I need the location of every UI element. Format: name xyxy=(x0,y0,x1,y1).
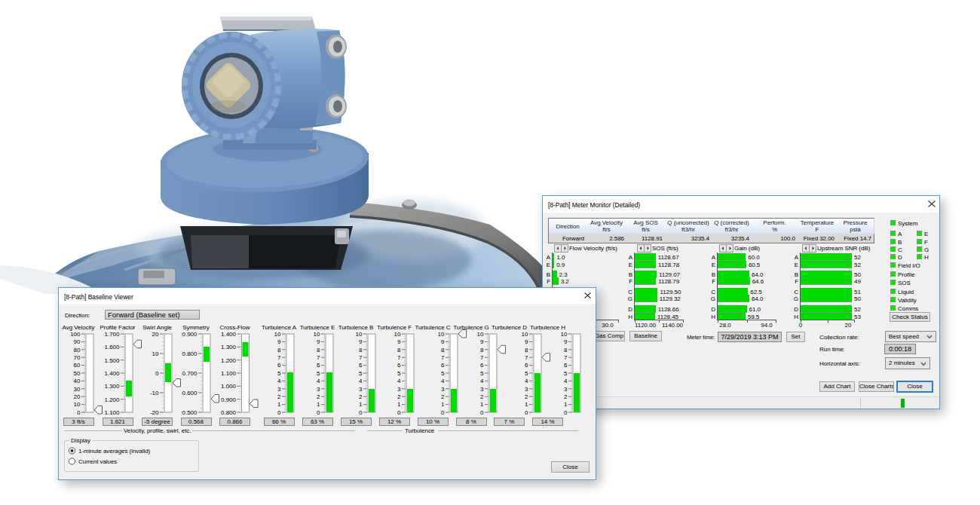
svg-text:3: 3 xyxy=(480,386,484,393)
svg-text:0.600: 0.600 xyxy=(182,390,198,396)
svg-text:8: 8 xyxy=(277,347,281,354)
svg-text:3: 3 xyxy=(564,386,568,393)
svg-text:-10: -10 xyxy=(150,390,159,396)
svg-text:7: 7 xyxy=(525,354,528,361)
svg-text:9: 9 xyxy=(564,338,568,345)
svg-text:5: 5 xyxy=(441,370,445,377)
svg-text:9: 9 xyxy=(359,338,363,345)
svg-text:1: 1 xyxy=(525,401,528,408)
svg-text:1.500: 1.500 xyxy=(104,357,120,364)
svg-text:0.500: 0.500 xyxy=(182,409,198,416)
svg-text:50: 50 xyxy=(74,370,81,377)
svg-text:0: 0 xyxy=(480,409,484,416)
svg-text:70: 70 xyxy=(74,354,81,361)
svg-text:3: 3 xyxy=(441,386,445,393)
svg-text:2: 2 xyxy=(277,393,281,400)
svg-text:100: 100 xyxy=(70,331,81,338)
svg-text:6: 6 xyxy=(397,362,401,369)
svg-text:8: 8 xyxy=(359,347,363,354)
svg-text:1.600: 1.600 xyxy=(104,344,120,350)
svg-text:8: 8 xyxy=(480,347,484,354)
svg-text:2: 2 xyxy=(441,393,445,400)
svg-text:0: 0 xyxy=(317,409,320,416)
svg-text:10: 10 xyxy=(356,331,363,338)
svg-text:4: 4 xyxy=(564,378,568,384)
svg-text:0: 0 xyxy=(359,409,363,416)
svg-text:4: 4 xyxy=(359,378,363,384)
svg-text:3: 3 xyxy=(277,386,281,393)
svg-text:1.700: 1.700 xyxy=(104,331,120,338)
svg-text:5: 5 xyxy=(277,370,281,377)
svg-text:10: 10 xyxy=(152,350,159,357)
svg-text:1.200: 1.200 xyxy=(221,357,237,364)
svg-text:10: 10 xyxy=(74,401,81,408)
svg-text:0.700: 0.700 xyxy=(182,370,198,377)
svg-text:20: 20 xyxy=(74,393,81,400)
svg-text:2: 2 xyxy=(397,393,401,400)
svg-text:2: 2 xyxy=(359,393,363,400)
svg-text:10: 10 xyxy=(561,331,568,338)
svg-text:4: 4 xyxy=(441,378,445,384)
svg-text:6: 6 xyxy=(525,362,528,369)
svg-text:1.000: 1.000 xyxy=(221,383,237,390)
svg-text:7: 7 xyxy=(277,354,281,361)
svg-text:8: 8 xyxy=(525,347,528,354)
svg-text:60: 60 xyxy=(74,362,81,369)
svg-text:1.100: 1.100 xyxy=(104,409,120,416)
svg-text:9: 9 xyxy=(441,338,445,345)
svg-text:20: 20 xyxy=(152,331,159,338)
svg-text:1: 1 xyxy=(441,401,445,408)
svg-text:6: 6 xyxy=(277,362,281,369)
svg-text:10: 10 xyxy=(274,331,281,338)
svg-text:7: 7 xyxy=(359,354,363,361)
svg-text:8: 8 xyxy=(441,347,445,354)
svg-text:6: 6 xyxy=(441,362,445,369)
svg-text:4: 4 xyxy=(397,378,401,384)
svg-text:5: 5 xyxy=(317,370,320,377)
svg-text:9: 9 xyxy=(525,338,528,345)
svg-text:1: 1 xyxy=(397,401,401,408)
svg-text:-20: -20 xyxy=(150,409,159,416)
svg-text:6: 6 xyxy=(564,362,568,369)
svg-text:3: 3 xyxy=(525,386,528,393)
svg-text:4: 4 xyxy=(317,378,320,384)
svg-text:6: 6 xyxy=(317,362,320,369)
svg-text:4: 4 xyxy=(525,378,528,384)
svg-text:1: 1 xyxy=(480,401,484,408)
svg-text:4: 4 xyxy=(277,378,281,384)
svg-text:3: 3 xyxy=(359,386,363,393)
svg-text:0: 0 xyxy=(525,409,528,416)
svg-text:0: 0 xyxy=(441,409,445,416)
svg-text:10: 10 xyxy=(438,331,445,338)
svg-text:9: 9 xyxy=(480,338,484,345)
svg-text:0.900: 0.900 xyxy=(221,396,237,403)
svg-text:9: 9 xyxy=(317,338,320,345)
svg-text:5: 5 xyxy=(359,370,363,377)
svg-text:1: 1 xyxy=(277,401,281,408)
svg-text:7: 7 xyxy=(480,354,484,361)
svg-text:1.100: 1.100 xyxy=(221,370,237,377)
svg-text:8: 8 xyxy=(564,347,568,354)
svg-text:7: 7 xyxy=(397,354,401,361)
svg-text:2: 2 xyxy=(317,393,320,400)
svg-text:9: 9 xyxy=(397,338,401,345)
svg-text:0: 0 xyxy=(155,370,159,377)
svg-text:90: 90 xyxy=(74,338,81,345)
svg-text:0: 0 xyxy=(77,409,81,416)
svg-text:0: 0 xyxy=(564,409,568,416)
svg-text:1.300: 1.300 xyxy=(221,344,237,350)
svg-text:10: 10 xyxy=(394,331,401,338)
svg-text:10: 10 xyxy=(314,331,320,338)
svg-text:5: 5 xyxy=(525,370,528,377)
svg-text:40: 40 xyxy=(74,378,81,384)
svg-text:30: 30 xyxy=(74,386,81,393)
svg-text:0.800: 0.800 xyxy=(221,409,237,416)
svg-text:2: 2 xyxy=(525,393,528,400)
svg-text:0: 0 xyxy=(397,409,401,416)
svg-text:10: 10 xyxy=(477,331,484,338)
svg-text:10: 10 xyxy=(522,331,528,338)
svg-text:3: 3 xyxy=(397,386,401,393)
svg-text:5: 5 xyxy=(564,370,568,377)
svg-text:1: 1 xyxy=(359,401,363,408)
svg-text:80: 80 xyxy=(74,347,81,354)
